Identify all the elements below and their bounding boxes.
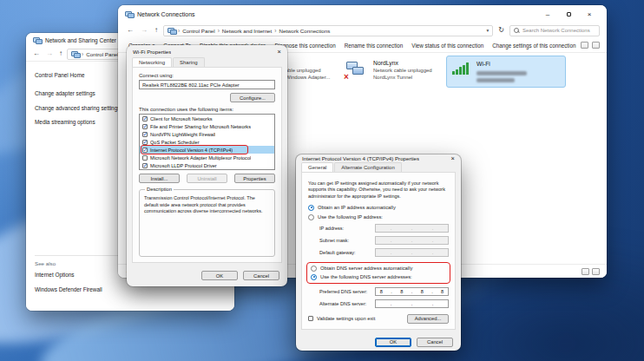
radio-obtain-dns-auto[interactable]: Obtain DNS server address automatically (311, 266, 446, 272)
list-item-qos-packet-scheduler[interactable]: ✓ QoS Packet Scheduler (140, 138, 274, 146)
dialog-title-bar[interactable]: Wi-Fi Properties × (127, 45, 287, 57)
radio-selected-icon[interactable] (308, 205, 314, 211)
title-bar[interactable]: Network Connections – × (118, 5, 607, 23)
thumbnail-view-icon[interactable] (592, 268, 600, 275)
tab-strip: General Alternate Configuration (296, 162, 461, 172)
properties-button[interactable]: Properties (234, 174, 275, 183)
tab-general[interactable]: General (301, 162, 333, 172)
adapter-wifi-selected[interactable]: Wi-Fi (446, 56, 566, 88)
configure-button[interactable]: Configure... (230, 93, 275, 102)
list-view-icon[interactable] (582, 268, 589, 275)
list-item-nordvpn-firewall[interactable]: ✓ NordVPN LightWeight Firewall (140, 130, 274, 138)
checkbox-checked[interactable]: ✓ (142, 140, 148, 145)
alternate-dns-field[interactable]: ... (375, 299, 449, 308)
up-button[interactable]: ↑ (57, 50, 64, 57)
install-button[interactable]: Install... (139, 174, 180, 183)
sidebar-item-windows-defender-firewall[interactable]: Windows Defender Firewall (35, 286, 132, 293)
radio-unselected-icon[interactable] (311, 266, 317, 272)
ok-button[interactable]: OK (201, 271, 238, 280)
default-gateway-field[interactable]: ... (375, 248, 449, 257)
subnet-mask-field[interactable]: ... (375, 236, 449, 245)
dialog-wifi-properties[interactable]: Wi-Fi Properties × Networking Sharing Co… (127, 45, 287, 286)
cancel-button[interactable]: Cancel (243, 271, 279, 280)
address-dropdown-icon[interactable]: ▾ (487, 28, 490, 33)
cancel-button[interactable]: Cancel (417, 338, 453, 347)
toolbar-view-status[interactable]: View status of this connection (411, 43, 483, 49)
radio-use-ip[interactable]: Use the following IP address: (308, 214, 449, 220)
list-item-ipv4-selected[interactable]: ✓ Internet Protocol Version 4 (TCP/IPv4) (140, 146, 274, 154)
radio-label: Obtain DNS server address automatically (320, 266, 412, 271)
checkbox-checked[interactable]: ✓ (142, 163, 148, 168)
validate-label: Validate settings upon exit (317, 316, 375, 321)
adapter-text: Wi-Fi (476, 61, 527, 82)
close-button[interactable]: × (446, 154, 455, 162)
tab-alternate-configuration[interactable]: Alternate Configuration (334, 162, 401, 172)
checkbox-checked[interactable]: ✓ (142, 124, 148, 129)
search-input[interactable] (522, 28, 595, 33)
ok-button[interactable]: OK (375, 338, 411, 347)
tiles-view-icon[interactable] (592, 42, 600, 49)
back-button[interactable]: ← (31, 50, 42, 57)
toolbar-change-settings[interactable]: Change settings of this connection (492, 43, 575, 49)
dialog-ipv4-properties[interactable]: Internet Protocol Version 4 (TCP/IPv4) P… (296, 154, 461, 351)
advanced-button[interactable]: Advanced... (407, 314, 449, 324)
chevron-icon: › (82, 51, 83, 57)
dialog-footer: OK Cancel (296, 333, 461, 351)
folder-icon (168, 27, 175, 34)
radio-obtain-ip-auto[interactable]: Obtain an IP address automatically (308, 205, 449, 211)
up-button[interactable]: ↑ (153, 27, 160, 34)
radio-use-dns[interactable]: Use the following DNS server addresses: (311, 274, 446, 280)
adapter-nordlynx[interactable]: × NordLynx Network cable unplugged NordL… (345, 60, 457, 81)
refresh-button[interactable]: ↻ (496, 27, 506, 34)
tab-networking[interactable]: Networking (132, 57, 172, 67)
ip-address-field[interactable]: ... (375, 224, 449, 233)
radio-unselected-icon[interactable] (308, 214, 314, 220)
toolbar-rename-connection[interactable]: Rename this connection (345, 43, 404, 49)
network-adapter-disconnected-icon: × (345, 60, 368, 81)
minimize-button[interactable]: – (537, 5, 558, 23)
checkbox-checked[interactable]: ✓ (142, 132, 148, 137)
redacted-ssid-bar (476, 71, 527, 75)
list-item-lldp-driver[interactable]: ✓ Microsoft LLDP Protocol Driver (140, 161, 274, 169)
list-item-label: QoS Packet Scheduler (150, 140, 200, 145)
breadcrumb-network-connections[interactable]: Network Connections (279, 28, 330, 34)
list-item-file-printer-sharing[interactable]: ✓ File and Printer Sharing for Microsoft… (140, 122, 274, 130)
checkbox-checked[interactable]: ✓ (142, 116, 148, 121)
breadcrumb[interactable]: Control Panel (86, 51, 119, 57)
uninstall-button[interactable]: Uninstall (187, 174, 227, 183)
breadcrumb-network-and-internet[interactable]: Network and Internet (222, 28, 272, 34)
control-panel-icon (71, 50, 79, 57)
checkbox-checked[interactable]: ✓ (142, 148, 148, 153)
dialog-title-bar[interactable]: Internet Protocol Version 4 (TCP/IPv4) P… (296, 154, 461, 162)
adapter-device: NordLynx Tunnel (373, 75, 432, 82)
network-sharing-center-icon (33, 36, 41, 43)
forward-button[interactable]: → (44, 50, 55, 57)
search-box[interactable] (509, 25, 600, 36)
connect-using-label: Connect using: (139, 73, 275, 78)
adapter-status: Network cable unplugged (373, 68, 432, 75)
breadcrumb-control-panel[interactable]: Control Panel (182, 28, 215, 34)
radio-selected-icon[interactable] (311, 274, 317, 280)
chevron-icon: › (274, 28, 276, 34)
red-x-icon: × (344, 73, 349, 82)
preferred-dns-field[interactable]: 8.8.8.8 (375, 287, 449, 296)
address-bar[interactable]: › Control Panel › Network and Internet ›… (163, 25, 493, 36)
connection-items-list[interactable]: ✓ Client for Microsoft Networks ✓ File a… (139, 114, 275, 170)
maximize-button[interactable] (558, 5, 579, 23)
checkbox-unchecked[interactable] (142, 155, 148, 161)
close-button[interactable]: × (273, 48, 281, 56)
list-item-label: Microsoft LLDP Protocol Driver (150, 163, 217, 168)
networking-tab-panel: Connect using: Realtek RTL8822BE 802.11a… (132, 67, 282, 263)
back-button[interactable]: ← (125, 27, 135, 34)
list-item-multiplexor-protocol[interactable]: Microsoft Network Adapter Multiplexor Pr… (140, 154, 274, 161)
forward-button[interactable]: → (139, 27, 149, 34)
adapter-name-field: Realtek RTL8822BE 802.11ac PCIe Adapter (139, 80, 275, 89)
alternate-dns-row: Alternate DNS server: ... (308, 299, 449, 308)
subnet-mask-row: Subnet mask: ... (308, 236, 449, 245)
description-groupbox: Description Transmission Control Protoco… (139, 189, 275, 257)
tab-sharing[interactable]: Sharing (173, 57, 205, 67)
list-item-client-for-microsoft-networks[interactable]: ✓ Client for Microsoft Networks (140, 115, 274, 122)
close-button[interactable]: × (579, 5, 600, 23)
validate-checkbox-unchecked[interactable] (308, 316, 313, 321)
details-view-icon[interactable] (581, 42, 588, 49)
